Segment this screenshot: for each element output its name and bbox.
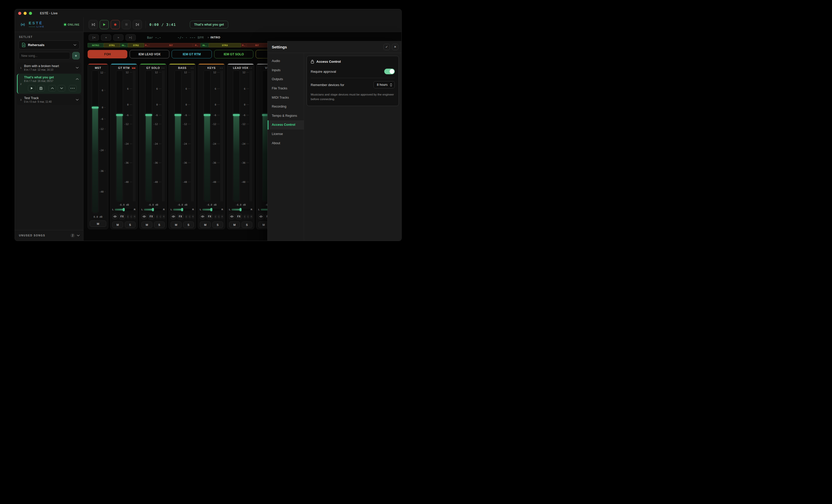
- channel-fader[interactable]: [145, 71, 152, 202]
- fader-handle[interactable]: [116, 114, 123, 116]
- visibility-eye-button[interactable]: [171, 214, 176, 219]
- current-song-chip[interactable]: That's what you get: [190, 21, 228, 28]
- settings-nav-file-tracks[interactable]: File Tracks: [268, 84, 304, 93]
- chevron-up-icon[interactable]: [76, 78, 79, 80]
- timeline-region-P[interactable]: P...: [193, 43, 201, 47]
- mix-tab-iem-lead-vox[interactable]: IEM LEAD VOX: [130, 50, 169, 58]
- timeline-region-STR3[interactable]: STR3: [209, 43, 241, 47]
- mute-button[interactable]: M: [229, 221, 240, 228]
- settings-confirm-button[interactable]: ✓: [384, 44, 390, 50]
- channel-fader[interactable]: [116, 71, 123, 202]
- remember-devices-select[interactable]: 8 hours: [373, 81, 395, 88]
- song-item-1[interactable]: 1Born with a broken heart8 in / 7 out· 1…: [17, 62, 81, 73]
- unused-songs-row[interactable]: UNUSED SONGS 2: [15, 230, 83, 241]
- pan-slider[interactable]: [144, 209, 162, 211]
- mix-tab-iem-gt-rtm[interactable]: IEM GT RTM: [172, 50, 212, 58]
- mute-button[interactable]: M: [171, 221, 182, 228]
- require-approval-toggle[interactable]: [384, 69, 395, 74]
- mute-button[interactable]: M: [200, 221, 211, 228]
- pan-knob[interactable]: [152, 208, 154, 211]
- solo-button[interactable]: S: [154, 221, 165, 228]
- channel-fader[interactable]: [233, 71, 240, 202]
- visibility-eye-button[interactable]: [258, 214, 264, 219]
- pan-knob[interactable]: [239, 208, 241, 211]
- settings-nav-inputs[interactable]: Inputs: [268, 66, 304, 75]
- pan-knob[interactable]: [123, 208, 125, 211]
- solo-button[interactable]: S: [241, 221, 253, 228]
- rewind-button[interactable]: «: [101, 34, 111, 41]
- mute-button[interactable]: M: [90, 220, 106, 227]
- timeline-region-IN[interactable]: IN...: [120, 43, 128, 47]
- fader-handle[interactable]: [92, 107, 99, 109]
- timeline-region-P[interactable]: P...: [144, 43, 149, 47]
- settings-close-button[interactable]: ✕: [392, 44, 398, 50]
- visibility-eye-button[interactable]: [200, 214, 205, 219]
- settings-nav-recording[interactable]: Recording: [268, 102, 304, 111]
- visibility-eye-button[interactable]: [141, 214, 147, 219]
- song-more-button[interactable]: ···: [69, 85, 77, 91]
- fader-handle[interactable]: [175, 114, 181, 116]
- song-item-3[interactable]: 3Test Track0 in / 0 out· 9 mar, 11:40: [17, 95, 81, 105]
- timeline-region-RIT[interactable]: RIT: [149, 43, 193, 47]
- mute-button[interactable]: M: [112, 221, 123, 228]
- pan-slider[interactable]: [202, 209, 220, 211]
- pan-slider[interactable]: [115, 209, 133, 211]
- song-timeline[interactable]: INTROSTR1IN...STR2P...RITP...IN...STR3P.…: [87, 43, 268, 47]
- song-move-down-button[interactable]: [58, 85, 65, 91]
- fader-handle[interactable]: [233, 114, 240, 116]
- timeline-region-IN[interactable]: IN...: [201, 43, 209, 47]
- skip-to-end-button[interactable]: [133, 20, 142, 29]
- settings-nav-outputs[interactable]: Outputs: [268, 75, 304, 84]
- settings-nav-access-control[interactable]: Access Control: [268, 121, 304, 130]
- song-move-up-button[interactable]: [48, 85, 56, 91]
- skip-to-start-button[interactable]: [88, 20, 98, 29]
- solo-button[interactable]: S: [212, 221, 224, 228]
- forward-button[interactable]: »: [113, 34, 124, 41]
- jump-start-button[interactable]: |<: [88, 34, 99, 41]
- play-button[interactable]: [100, 20, 109, 29]
- timeline-region-P[interactable]: P...: [241, 43, 246, 47]
- solo-button[interactable]: S: [125, 221, 136, 228]
- song-play-button[interactable]: [28, 85, 35, 91]
- pan-slider[interactable]: [232, 209, 250, 211]
- fader-handle[interactable]: [204, 114, 211, 116]
- minimize-window-button[interactable]: [24, 12, 27, 15]
- fader-handle[interactable]: [145, 114, 152, 116]
- stop-button[interactable]: [122, 20, 131, 29]
- mix-tab-foh[interactable]: FOH: [87, 50, 127, 58]
- channel-fader[interactable]: [92, 71, 99, 213]
- close-window-button[interactable]: [18, 12, 21, 15]
- new-song-input[interactable]: [19, 52, 70, 59]
- zoom-window-button[interactable]: [29, 12, 32, 15]
- settings-nav-license[interactable]: License: [268, 130, 304, 139]
- add-song-button[interactable]: +: [72, 52, 80, 59]
- song-save-button[interactable]: [37, 85, 45, 91]
- fx-button[interactable]: FX: [148, 214, 154, 219]
- settings-nav-midi-tracks[interactable]: MIDI Tracks: [268, 93, 304, 102]
- timeline-region-STR1[interactable]: STR1: [104, 43, 120, 47]
- timeline-region-RIT[interactable]: RIT: [246, 43, 268, 47]
- fx-button[interactable]: FX: [206, 214, 213, 219]
- settings-nav-tempo-regions[interactable]: Tempo & Regions: [268, 111, 304, 121]
- visibility-eye-button[interactable]: [229, 214, 234, 219]
- mute-button[interactable]: M: [141, 221, 152, 228]
- timeline-region-INTRO[interactable]: INTRO: [87, 43, 104, 47]
- chevron-down-icon[interactable]: [76, 67, 79, 69]
- fx-button[interactable]: FX: [177, 214, 184, 219]
- song-item-2[interactable]: 2That's what you get8 in / 7 out· 16 mar…: [17, 74, 81, 94]
- settings-nav-about[interactable]: About: [268, 139, 304, 148]
- pan-knob[interactable]: [181, 208, 183, 211]
- fx-button[interactable]: FX: [236, 214, 242, 219]
- settings-nav-audio[interactable]: Audio: [268, 57, 304, 66]
- setlist-select[interactable]: Rehersals: [19, 41, 80, 49]
- jump-end-button[interactable]: >|: [126, 34, 136, 41]
- visibility-eye-button[interactable]: [112, 214, 118, 219]
- record-button[interactable]: [111, 20, 120, 29]
- fx-button[interactable]: FX: [119, 214, 125, 219]
- timeline-region-STR2[interactable]: STR2: [128, 43, 144, 47]
- channel-fader[interactable]: [204, 71, 211, 202]
- pan-slider[interactable]: [173, 209, 191, 211]
- chevron-down-icon[interactable]: [76, 99, 79, 101]
- channel-fader[interactable]: [175, 71, 181, 202]
- solo-button[interactable]: S: [183, 221, 194, 228]
